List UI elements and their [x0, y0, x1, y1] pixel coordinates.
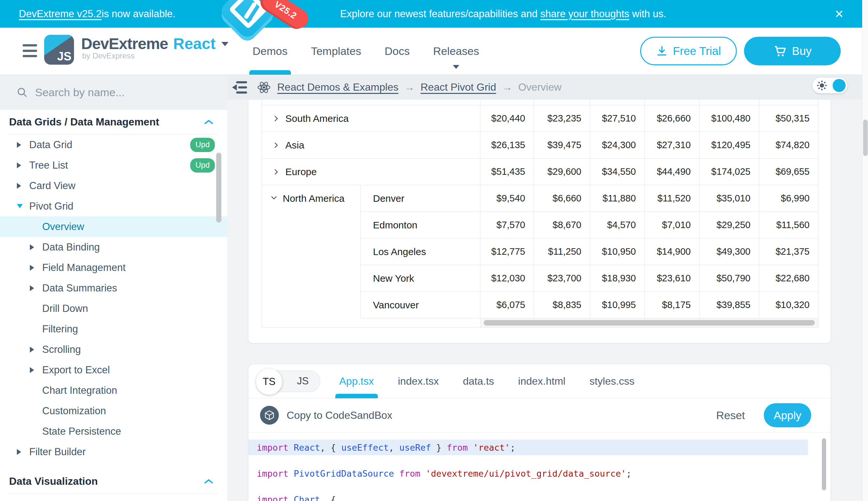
- sidebar-item-state-persistence[interactable]: State Persistence: [0, 421, 227, 441]
- sidebar-item-label: Tree List: [29, 160, 68, 171]
- demo-card: South America$20,440$23,235$27,510$26,66…: [248, 100, 831, 343]
- sidebar-item-field-management[interactable]: Field Management: [0, 257, 227, 278]
- tab-index-html[interactable]: index.html: [518, 364, 565, 398]
- sidebar-item-data-binding[interactable]: Data Binding: [0, 237, 227, 257]
- sidebar-scrollbar[interactable]: [216, 153, 221, 223]
- devextreme-logo[interactable]: JS DevExtremeReact by DevExpress: [44, 35, 229, 65]
- row-expand-icon[interactable]: [272, 114, 280, 123]
- chevron-wrap[interactable]: [272, 114, 280, 123]
- code-token-kw: from: [447, 443, 468, 452]
- chevron-wrap[interactable]: [272, 141, 280, 149]
- language-toggle[interactable]: TS JS: [257, 370, 320, 392]
- pivot-value-cell: $8,670: [534, 212, 590, 238]
- sidebar-item-data-summaries[interactable]: Data Summaries: [0, 278, 227, 298]
- buy-button[interactable]: Buy: [744, 37, 841, 65]
- sidebar-item-scrolling[interactable]: Scrolling: [0, 339, 227, 360]
- pivot-value-cell: $9,540: [480, 185, 534, 212]
- pivot-value-cell: $49,300: [699, 238, 759, 265]
- pivot-value-cell: $120,495: [699, 132, 759, 158]
- sidebar-item-overview[interactable]: Overview: [0, 216, 227, 237]
- theme-toggle-knob[interactable]: [833, 79, 846, 92]
- sidebar-item-filtering[interactable]: Filtering: [0, 319, 227, 339]
- code-token-pl: [288, 443, 294, 452]
- chevron-up-icon: [204, 478, 213, 485]
- page-scrollbar: [862, 0, 868, 501]
- sidebar-item-card-view[interactable]: Card View: [0, 175, 227, 196]
- table-row: Europe$51,435$29,600$34,550$44,490$174,0…: [262, 159, 818, 185]
- sidebar-item-data-grid[interactable]: Data GridUpd: [0, 135, 227, 155]
- pivot-row-label: Europe: [262, 159, 480, 185]
- banner-close-icon[interactable]: ✕: [832, 7, 847, 21]
- banner-release-text: is now available.: [102, 8, 175, 20]
- table-row: Denver$9,540$6,660$11,880$11,520$35,010$…: [360, 185, 818, 212]
- breadcrumb-link-demos[interactable]: React Demos & Examples: [277, 81, 398, 93]
- nav-item-demos[interactable]: Demos: [253, 28, 288, 75]
- pivot-value-cell: $23,235: [534, 105, 590, 131]
- page-scrollbar-thumb[interactable]: [863, 119, 868, 156]
- pivot-value-cell: $100,480: [699, 105, 759, 131]
- sidebar-item-export-to-excel[interactable]: Export to Excel: [0, 360, 227, 380]
- chevron-wrap[interactable]: [270, 193, 278, 204]
- sidebar-section-header[interactable]: Data Visualization: [0, 469, 227, 493]
- free-trial-button[interactable]: Free Trial: [640, 37, 737, 65]
- share-thoughts-link[interactable]: share your thoughts: [540, 8, 629, 20]
- pivot-value-cell: $20,440: [480, 105, 534, 131]
- row-expand-icon[interactable]: [272, 141, 280, 149]
- code-line: import PivotGridDataSource from 'devextr…: [248, 466, 831, 481]
- language-option-js[interactable]: JS: [297, 371, 309, 392]
- triangle-right-icon: [30, 265, 34, 271]
- code-token-pl: [288, 494, 294, 501]
- collapse-sidebar-icon[interactable]: [230, 81, 249, 94]
- sidebar-item-drill-down[interactable]: Drill Down: [0, 298, 227, 319]
- apply-button[interactable]: Apply: [764, 403, 811, 427]
- code-token-pl: }: [431, 443, 447, 452]
- sidebar-item-label: Field Management: [42, 262, 125, 274]
- pivot-header-spacer: [262, 100, 480, 105]
- nav-item-templates[interactable]: Templates: [311, 28, 361, 75]
- sidebar-item-chart-integration[interactable]: Chart Integration: [0, 380, 227, 401]
- tab-app-tsx[interactable]: App.tsx: [339, 364, 374, 398]
- table-row: Edmonton$7,570$8,670$4,570$7,010$29,250$…: [360, 212, 818, 238]
- hscroll-track[interactable]: [480, 318, 818, 327]
- codesandbox-icon[interactable]: [260, 406, 279, 425]
- pivot-value-cell: $74,820: [759, 132, 818, 158]
- breadcrumb-link-pivot-grid[interactable]: React Pivot Grid: [420, 81, 496, 93]
- chevron-wrap[interactable]: [272, 168, 280, 176]
- nav-item-releases[interactable]: Releases: [433, 28, 479, 75]
- table-row: Los Angeles$12,775$11,250$10,950$14,900$…: [360, 238, 818, 265]
- triangle-right-icon: [17, 162, 21, 168]
- pivot-value-cell: $11,520: [644, 185, 699, 212]
- sidebar-item-customization[interactable]: Customization: [0, 401, 227, 421]
- pivot-value-cell: $12,775: [480, 238, 534, 265]
- tab-index-tsx[interactable]: index.tsx: [398, 364, 439, 398]
- tab-data-ts[interactable]: data.ts: [463, 364, 494, 398]
- language-toggle-knob[interactable]: TS: [256, 369, 282, 395]
- sidebar-item-label: Card View: [29, 180, 75, 192]
- collapsed-arrow-icon: [30, 244, 42, 250]
- copy-to-codesandbox-label[interactable]: Copy to CodeSandBox: [287, 409, 393, 422]
- tab-styles-css[interactable]: styles.css: [590, 364, 635, 398]
- theme-toggle[interactable]: [813, 78, 847, 93]
- sidebar-item-label: Customization: [42, 405, 106, 417]
- pivot-value-cell: $23,700: [534, 265, 590, 291]
- sidebar-section-header[interactable]: Data Grids / Data Management: [0, 110, 227, 134]
- sidebar-item-tree-list[interactable]: Tree ListUpd: [0, 155, 227, 175]
- nav-item-docs[interactable]: Docs: [385, 28, 410, 75]
- hamburger-menu-icon[interactable]: [23, 44, 37, 57]
- code-editor[interactable]: import React, { useEffect, useRef } from…: [248, 433, 831, 501]
- hscroll-thumb[interactable]: [484, 320, 815, 326]
- pivot-value-cell: $6,660: [534, 185, 590, 212]
- platform-dropdown-icon[interactable]: [221, 42, 229, 46]
- app-header: JS DevExtremeReact by DevExpress DemosTe…: [0, 28, 868, 75]
- sidebar-item-label: Filter Builder: [29, 446, 86, 458]
- pivot-header-cell-cut: [534, 100, 590, 105]
- row-collapse-icon[interactable]: [270, 193, 278, 202]
- sidebar-item-pivot-grid[interactable]: Pivot Grid: [0, 196, 227, 216]
- banner-version-link[interactable]: DevExtreme v25.2: [19, 8, 102, 20]
- row-expand-icon[interactable]: [272, 168, 280, 176]
- reset-button[interactable]: Reset: [716, 409, 745, 422]
- sidebar-item-filter-builder[interactable]: Filter Builder: [0, 441, 227, 462]
- search-input[interactable]: [35, 86, 191, 99]
- code-scrollbar[interactable]: [822, 438, 826, 490]
- code-token-pl: ,: [388, 443, 399, 452]
